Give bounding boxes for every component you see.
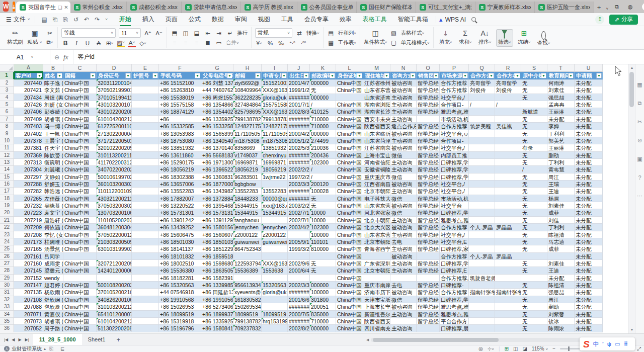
cell-K9[interactable]: 000000	[310, 130, 336, 137]
cell-O30[interactable]: 留学总经办	[417, 282, 440, 289]
column-letter-A[interactable]: A	[14, 64, 43, 72]
row-number-7[interactable]: 7	[0, 116, 14, 123]
cell-D13[interactable]: 411702200312270822	[97, 159, 132, 166]
ime-punct-icon[interactable]: ’	[602, 341, 604, 347]
row-number-34[interactable]: 34	[0, 311, 14, 318]
cell-J18[interactable]: ########	[288, 195, 310, 202]
align-right-icon[interactable]: ≡	[193, 39, 201, 47]
cell-E30[interactable]	[132, 282, 159, 289]
cell-M11[interactable]: 江苏省南京	[363, 144, 390, 151]
cell-F13[interactable]: +86 15290175	[159, 159, 201, 166]
increase-indent-icon[interactable]: ⇥	[215, 29, 223, 37]
cell-N30[interactable]: 去电	[390, 282, 417, 289]
cell-D24[interactable]: 210303200509160922	[97, 238, 132, 245]
cell-H32[interactable]: 161830582	[233, 296, 262, 303]
cell-C34[interactable]: China中国	[63, 311, 97, 318]
cell-N33[interactable]: 被动咨询	[390, 303, 417, 310]
filter-button[interactable]: 筛选˅	[496, 29, 513, 47]
cell-Q12[interactable]	[469, 152, 495, 159]
cell-B35[interactable]: 胡睿琪 (女	[43, 318, 63, 325]
cell-K33[interactable]: 200051	[310, 303, 336, 310]
row-number-24[interactable]: 24	[0, 238, 14, 245]
cell-I4[interactable]: gloria@uk	[262, 94, 288, 101]
cell-D14[interactable]: 340702200202202520	[97, 166, 132, 173]
cell-U12[interactable]: 未分配	[575, 152, 603, 159]
sort-button[interactable]: A↓排序˅	[476, 30, 494, 46]
cell-N31[interactable]: 被动咨询	[390, 289, 417, 296]
cell-O31[interactable]: 留学总经办	[417, 289, 440, 296]
cell-O36[interactable]	[417, 325, 440, 332]
cell-R10[interactable]	[495, 137, 521, 144]
cell-D25[interactable]: 630103199903020823	[97, 245, 132, 252]
cell-F15[interactable]: +86 18302388	[159, 173, 201, 181]
cell-H10[interactable]: m1875308	[233, 137, 262, 144]
cell-F32[interactable]: +86 19910568	[159, 296, 201, 303]
cell-G9[interactable]: +86 1565399710	[201, 130, 233, 137]
cell-S31[interactable]: 无	[521, 289, 547, 296]
cell-P19[interactable]: 社交平台	[440, 202, 469, 209]
cell-Q24[interactable]	[469, 238, 495, 245]
menu-item-数据[interactable]: 数据	[206, 13, 229, 26]
cell-O6[interactable]: 留学总经办	[417, 108, 440, 115]
page-break-view-icon[interactable]: ◪	[522, 346, 527, 351]
cell-R31[interactable]: 指南针张冬	[495, 289, 521, 296]
cell-M24[interactable]: 北京市朝阳	[363, 238, 390, 245]
cell-T13[interactable]: 丁利利	[547, 159, 575, 166]
cell-I11[interactable]: 13851932	[262, 144, 288, 151]
cell-F22[interactable]: +86 13439252	[159, 224, 201, 231]
document-tab[interactable]: S宁夏教师样本.xlsx	[475, 2, 535, 13]
cell-C32[interactable]: China中国	[63, 296, 97, 303]
cell-S9[interactable]: 无	[521, 130, 547, 137]
panel-scissors-icon[interactable]: ✂	[637, 119, 642, 125]
cell-A36[interactable]: 207052	[14, 325, 43, 332]
cell-R21[interactable]	[495, 217, 521, 224]
cell-G11[interactable]: +86 1370140934	[201, 144, 233, 151]
cell-Q25[interactable]	[469, 245, 495, 252]
search-icon[interactable]	[471, 17, 476, 22]
cell-N7[interactable]: 主动咨询	[390, 116, 417, 123]
cell-I18[interactable]: 00000@qq	[262, 195, 288, 202]
phone-link-icon[interactable]: ⎘	[49, 346, 53, 352]
cell-P30[interactable]: 口碑推荐-	[440, 282, 469, 289]
cell-A6[interactable]: 207406	[14, 108, 43, 115]
row-number-15[interactable]: 15	[0, 173, 14, 181]
cell-N3[interactable]: 被动咨询	[390, 86, 417, 94]
cell-I23[interactable]: z2000122	[262, 231, 288, 238]
cell-U24[interactable]: 未分配	[575, 238, 603, 245]
cell-I35[interactable]: hrq153199	[262, 318, 288, 325]
cell-T35[interactable]: 钦冰	[547, 318, 575, 325]
filter-dropdown-icon[interactable]: ▼	[227, 73, 232, 78]
cell-J12[interactable]: ########	[288, 152, 310, 159]
cell-K8[interactable]: 710000	[310, 123, 336, 130]
cell-K28[interactable]: 无	[310, 267, 336, 274]
cell-D29[interactable]	[97, 275, 132, 282]
cell-F12[interactable]: +86 13611860	[159, 152, 201, 159]
cell-D23[interactable]: 370502200012272047	[97, 231, 132, 238]
cell-A26[interactable]: 207161	[14, 253, 43, 260]
cell-O13[interactable]: 留学总经办	[417, 159, 440, 166]
cell-O32[interactable]: 留学总经办	[417, 296, 440, 303]
menu-item-效率[interactable]: 效率	[334, 13, 357, 26]
cell-I19[interactable]: xxx@163.c	[262, 202, 288, 209]
cell-F16[interactable]: +86 13657006	[159, 181, 201, 188]
cell-E35[interactable]	[132, 318, 159, 325]
cell-L23[interactable]: China中国	[336, 231, 363, 238]
cell-B18[interactable]: 左佳薇 (女	[43, 195, 63, 202]
column-letter-I[interactable]: I	[262, 64, 288, 72]
cell-G30[interactable]: +86 1339985047	[201, 282, 233, 289]
cell-N14[interactable]: 主动咨询	[390, 166, 417, 173]
cell-B22[interactable]: 何依涵 (女	[43, 224, 63, 231]
cell-I25[interactable]	[262, 245, 288, 252]
filter-dropdown-icon[interactable]: ▼	[410, 73, 416, 78]
cell-L19[interactable]: China中国	[336, 202, 363, 209]
align-bottom-icon[interactable]: ⬓	[193, 29, 201, 37]
menu-item-wps-ai[interactable]: WPS AI	[445, 14, 471, 25]
cell-U5[interactable]: 未分配	[575, 101, 603, 108]
cell-L27[interactable]: China中国	[336, 260, 363, 267]
cell-C18[interactable]: China中国	[63, 195, 97, 202]
cell-K35[interactable]: 710000	[310, 318, 336, 325]
cell-J2[interactable]: 2001/4/7	[288, 79, 310, 86]
cell-S17[interactable]: 无	[521, 188, 547, 195]
cell-G20[interactable]: +86 1573131016	[201, 209, 233, 216]
align-center-icon[interactable]: ≡	[182, 39, 190, 47]
